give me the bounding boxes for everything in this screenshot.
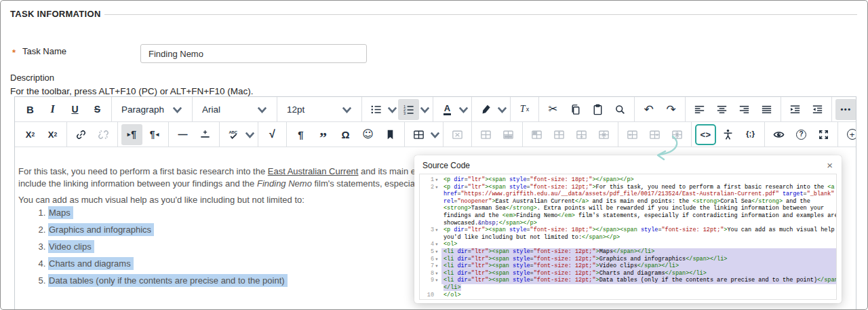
preview-button[interactable] [768,124,789,145]
source-code-editor[interactable]: 1▾<p dir="ltr"><span style="font-size: 1… [419,174,837,300]
page-title: TASK INFORMATION [10,9,101,19]
subscript-button[interactable]: X2 [42,124,63,145]
toolbar-group [471,97,510,121]
source-code-button[interactable]: <> [695,124,716,145]
superscript-button[interactable]: X2 [20,124,41,145]
toolbar-group [685,97,781,121]
font-size-select[interactable]: 12pt [280,99,359,120]
clear-formatting-button[interactable]: Tx [514,99,535,120]
gutter [420,198,441,206]
more-options-button[interactable]: ••• [835,99,856,120]
text-color-button[interactable]: A [437,99,458,120]
align-right-button[interactable] [734,99,755,120]
insert-row-above-button[interactable] [549,124,570,145]
fold-arrow-icon[interactable]: ▾ [434,263,439,270]
fold-arrow-icon[interactable]: ▾ [434,227,439,234]
toolbar-group: Tx [510,97,538,121]
redo-button[interactable]: ↷ [660,99,682,120]
dialog-header: Source Code × [414,155,842,172]
code-line: <strong>Tasman Sea</strong>. Extra point… [420,205,836,212]
left-to-right-button[interactable]: ▸¶ [121,124,142,145]
paragraph-mark-icon: ¶ [298,130,303,140]
highlight-color-menu-button[interactable] [497,99,507,120]
add-element-icon: + [847,129,856,140]
delete-table-button[interactable] [447,124,468,145]
close-icon[interactable]: × [825,160,834,170]
accessibility-checker-button[interactable] [717,124,738,145]
paragraph-mark-button[interactable]: ¶ [290,124,311,145]
insert-column-after-button[interactable] [644,124,665,145]
numbered-list-button[interactable]: 123 [398,99,419,120]
right-to-left-button[interactable]: ¶◂ [144,124,165,145]
insert-row-below-button[interactable] [571,124,592,145]
numbered-list-menu-button[interactable] [420,99,430,120]
spellcheck-menu-button[interactable] [245,124,255,145]
emoticons-button[interactable]: ☺ [357,124,378,145]
add-element-button[interactable]: + [842,124,856,145]
indent-button[interactable] [785,99,806,120]
insert-column-before-button[interactable] [622,124,643,145]
align-center-button[interactable] [711,99,732,120]
undo-button[interactable]: ↶ [638,99,659,120]
delete-row-button[interactable] [593,124,614,145]
outdent-button[interactable] [807,99,828,120]
fold-arrow-icon[interactable]: ▾ [434,176,439,184]
insert-link-button[interactable] [71,124,92,145]
font-family-select[interactable]: Arial [195,99,274,120]
fold-arrow-icon[interactable]: ▾ [434,277,439,284]
right-to-left-icon: ¶◂ [150,130,159,139]
fold-arrow-icon[interactable]: ▾ [434,241,439,248]
fold-arrow-icon[interactable]: ▾ [434,248,439,256]
task-name-input[interactable] [140,44,367,63]
delete-column-button[interactable] [667,124,688,145]
justify-button[interactable] [756,99,777,120]
insert-table-menu-button[interactable] [430,124,440,145]
find-replace-button[interactable] [610,99,631,120]
paragraph-style-select[interactable]: Paragraph [115,99,189,120]
help-button[interactable]: ? [791,124,812,145]
table-properties-button[interactable] [475,124,496,145]
emoticons-icon: ☺ [362,129,374,140]
cut-button[interactable]: ✂ [542,99,564,120]
code-lines: 1▾<p dir="ltr"><span style="font-size: 1… [420,176,836,298]
line-number: 10 [427,292,434,299]
paste-icon [591,103,604,116]
bullet-list-menu-button[interactable] [387,99,397,120]
highlight-color-button[interactable] [475,99,496,120]
anchor-button[interactable] [380,124,401,145]
paste-button[interactable] [587,99,608,120]
delete-table-icon [451,128,464,141]
row-properties-button[interactable] [498,124,519,145]
page-break-icon [199,128,212,141]
special-character-icon: Ω [341,130,349,140]
italic-button[interactable]: I [42,99,63,120]
align-left-button[interactable] [689,99,710,120]
selected-text: Charts and diagrams [48,257,134,270]
bullet-list-button[interactable] [366,99,387,120]
copy-button[interactable] [565,99,586,120]
strikethrough-button[interactable]: S [87,99,108,120]
text-color-menu-button[interactable] [458,99,469,120]
chevron-down-icon [386,103,399,116]
spellcheck-button[interactable]: ABC [223,124,244,145]
remove-link-button[interactable] [93,124,114,145]
cell-properties-button[interactable] [526,124,547,145]
code-sample-button[interactable]: {;} [740,124,761,145]
chevron-down-icon [496,103,509,116]
fold-arrow-icon[interactable]: ▾ [434,256,439,263]
blockquote-button[interactable]: ” [313,124,334,145]
toolbar-group: ABC [219,122,258,147]
gutter: 10 [420,292,441,299]
chevron-down-icon [243,128,256,141]
page-break-button[interactable] [195,124,216,145]
fold-arrow-icon[interactable]: ▾ [434,184,439,191]
fullscreen-button[interactable] [813,124,834,145]
math-editor-button[interactable]: √ [262,124,283,145]
bold-button[interactable]: B [20,99,41,120]
gutter [420,212,441,220]
special-character-button[interactable]: Ω [335,124,356,145]
horizontal-rule-button[interactable]: — [172,124,193,145]
underline-button[interactable]: U [64,99,85,120]
fold-arrow-icon[interactable]: ▾ [434,270,439,277]
insert-table-button[interactable] [408,124,429,145]
